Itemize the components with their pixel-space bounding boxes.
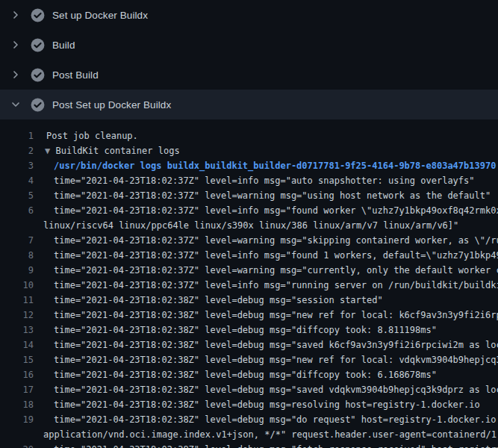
log-text: linux/riscv64 linux/ppc64le linux/s390x … — [43, 220, 458, 231]
step-label: Post Build — [52, 69, 99, 81]
line-number[interactable]: 6 — [0, 203, 34, 218]
log-line-text: time="2021-04-23T18:02:37Z" level=info m… — [43, 173, 475, 188]
log-line-text: time="2021-04-23T18:02:37Z" level=info m… — [43, 248, 498, 263]
log-line: 20 time="2021-04-23T18:02:38Z" level=deb… — [0, 442, 498, 448]
log-line-text: time="2021-04-23T18:02:37Z" level=warnin… — [43, 233, 498, 248]
step-label: Post Set up Docker Buildx — [52, 99, 171, 111]
log-line: 15 time="2021-04-23T18:02:38Z" level=deb… — [0, 352, 498, 367]
log-text: time="2021-04-23T18:02:38Z" level=debug … — [54, 325, 437, 335]
log-line: 6 time="2021-04-23T18:02:37Z" level=info… — [0, 203, 498, 218]
line-number[interactable]: 16 — [0, 367, 34, 382]
log-text: time="2021-04-23T18:02:37Z" level=warnin… — [54, 190, 491, 201]
line-number[interactable]: 11 — [0, 293, 34, 308]
actions-log-viewer: Set up Docker Buildx Build Post Build — [0, 0, 498, 448]
log-line-text[interactable]: ▼ BuildKit container logs — [43, 143, 180, 158]
log-text: time="2021-04-23T18:02:38Z" level=debug … — [54, 355, 498, 365]
step-row-post-build[interactable]: Post Build — [0, 60, 498, 90]
log-line: 13 time="2021-04-23T18:02:38Z" level=deb… — [0, 323, 498, 337]
log-text: time="2021-04-23T18:02:38Z" level=debug … — [54, 399, 480, 410]
line-number[interactable]: 20 — [0, 442, 34, 448]
chevron-down-icon[interactable] — [10, 99, 22, 111]
log-line-text: time="2021-04-23T18:02:38Z" level=debug … — [43, 382, 498, 397]
log-line-text: time="2021-04-23T18:02:38Z" level=debug … — [43, 397, 480, 412]
check-circle-icon — [31, 98, 45, 112]
log-text: time="2021-04-23T18:02:38Z" level=debug … — [54, 295, 383, 305]
check-circle-icon — [31, 68, 45, 82]
step-label: Build — [52, 40, 75, 51]
log-line: 18 time="2021-04-23T18:02:38Z" level=deb… — [0, 397, 498, 412]
log-line-text: /usr/bin/docker logs buildx_buildkit_bui… — [43, 158, 496, 173]
check-circle-icon — [31, 38, 45, 52]
log-line-text: time="2021-04-23T18:02:38Z" level=debug … — [43, 308, 498, 323]
steps-list: Set up Docker Buildx Build Post Build — [0, 0, 498, 119]
log-line: 4 time="2021-04-23T18:02:37Z" level=info… — [0, 173, 498, 188]
log-line-text: time="2021-04-23T18:02:38Z" level=debug … — [43, 352, 498, 367]
chevron-right-icon[interactable] — [10, 9, 22, 21]
log-text: time="2021-04-23T18:02:38Z" level=debug … — [54, 310, 498, 320]
chevron-right-icon[interactable] — [10, 69, 22, 81]
log-text: application/vnd.oci.image.index.v1+json,… — [43, 429, 498, 440]
check-circle-icon — [31, 8, 45, 22]
line-number[interactable]: 18 — [0, 397, 34, 412]
log-line: application/vnd.oci.image.index.v1+json,… — [0, 427, 498, 442]
line-number[interactable] — [0, 218, 34, 233]
log-output: 1 Post job cleanup. 2 ▼ BuildKit contain… — [0, 119, 498, 448]
line-number[interactable]: 4 — [0, 173, 34, 188]
line-number[interactable]: 9 — [0, 263, 34, 278]
line-number[interactable]: 13 — [0, 323, 34, 337]
log-text: time="2021-04-23T18:02:37Z" level=info m… — [54, 250, 498, 261]
line-number[interactable]: 5 — [0, 188, 34, 203]
log-text: time="2021-04-23T18:02:38Z" level=debug … — [54, 340, 498, 350]
step-label: Set up Docker Buildx — [52, 10, 148, 21]
line-number[interactable]: 3 — [0, 158, 34, 173]
line-number[interactable]: 14 — [0, 337, 34, 352]
log-text: time="2021-04-23T18:02:37Z" level=info m… — [54, 280, 498, 290]
log-line-text: time="2021-04-23T18:02:38Z" level=debug … — [43, 412, 498, 427]
log-text: time="2021-04-23T18:02:37Z" level=warnin… — [54, 235, 498, 246]
line-number[interactable] — [0, 427, 34, 442]
line-number[interactable]: 19 — [0, 412, 34, 427]
line-number[interactable]: 1 — [0, 128, 34, 143]
log-text: time="2021-04-23T18:02:38Z" level=debug … — [54, 414, 498, 425]
log-line: 11 time="2021-04-23T18:02:38Z" level=deb… — [0, 293, 498, 308]
log-line: 10 time="2021-04-23T18:02:37Z" level=inf… — [0, 278, 498, 293]
log-text: time="2021-04-23T18:02:37Z" level=info m… — [54, 175, 475, 186]
log-line-text: time="2021-04-23T18:02:38Z" level=debug … — [43, 323, 437, 337]
log-line: 16 time="2021-04-23T18:02:38Z" level=deb… — [0, 367, 498, 382]
log-text: Post job cleanup. — [46, 131, 138, 141]
log-text: /usr/bin/docker logs buildx_buildkit_bui… — [54, 161, 496, 171]
log-line: 9 time="2021-04-23T18:02:37Z" level=warn… — [0, 263, 498, 278]
log-line-text: linux/riscv64 linux/ppc64le linux/s390x … — [43, 218, 458, 233]
log-line: 1 Post job cleanup. — [0, 128, 498, 143]
log-line: 3 /usr/bin/docker logs buildx_buildkit_b… — [0, 158, 498, 173]
log-line: 8 time="2021-04-23T18:02:37Z" level=info… — [0, 248, 498, 263]
log-line-text: time="2021-04-23T18:02:38Z" level=debug … — [43, 442, 498, 448]
log-line: 2 ▼ BuildKit container logs — [0, 143, 498, 158]
step-row-post-set-up-docker-buildx[interactable]: Post Set up Docker Buildx — [0, 90, 498, 119]
log-line: 5 time="2021-04-23T18:02:37Z" level=warn… — [0, 188, 498, 203]
line-number[interactable]: 7 — [0, 233, 34, 248]
log-line-text: time="2021-04-23T18:02:37Z" level=info m… — [43, 203, 498, 218]
log-line-text: application/vnd.oci.image.index.v1+json,… — [43, 427, 498, 442]
line-number[interactable]: 8 — [0, 248, 34, 263]
line-number[interactable]: 12 — [0, 308, 34, 323]
log-line: 19 time="2021-04-23T18:02:38Z" level=deb… — [0, 412, 498, 427]
line-number[interactable]: 2 — [0, 143, 34, 158]
line-number[interactable]: 17 — [0, 382, 34, 397]
log-line: 7 time="2021-04-23T18:02:37Z" level=warn… — [0, 233, 498, 248]
log-line: 14 time="2021-04-23T18:02:38Z" level=deb… — [0, 337, 498, 352]
log-line-text: time="2021-04-23T18:02:37Z" level=warnin… — [43, 263, 498, 278]
step-row-set-up-docker-buildx[interactable]: Set up Docker Buildx — [0, 0, 498, 30]
line-number[interactable]: 15 — [0, 352, 34, 367]
line-number[interactable]: 10 — [0, 278, 34, 293]
log-text: time="2021-04-23T18:02:38Z" level=debug … — [54, 444, 498, 448]
step-row-build[interactable]: Build — [0, 30, 498, 60]
log-text: time="2021-04-23T18:02:37Z" level=warnin… — [54, 265, 498, 276]
log-line-text: Post job cleanup. — [43, 128, 138, 143]
chevron-right-icon[interactable] — [10, 39, 22, 51]
log-line-text: time="2021-04-23T18:02:37Z" level=warnin… — [43, 188, 491, 203]
log-line: 12 time="2021-04-23T18:02:38Z" level=deb… — [0, 308, 498, 323]
log-line-text: time="2021-04-23T18:02:38Z" level=debug … — [43, 367, 437, 382]
log-text: BuildKit container logs — [55, 146, 179, 156]
group-caret-icon[interactable]: ▼ — [45, 146, 55, 156]
